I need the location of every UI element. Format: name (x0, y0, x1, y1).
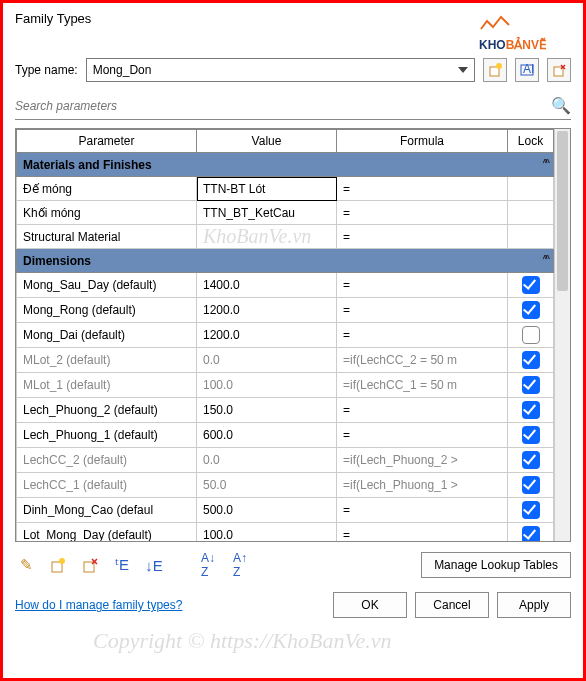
col-formula[interactable]: Formula (337, 130, 508, 153)
formula-cell[interactable]: =if(LechCC_2 = 50 m (337, 348, 508, 373)
formula-cell[interactable]: = (337, 323, 508, 348)
formula-cell[interactable]: = (337, 298, 508, 323)
lock-checkbox[interactable] (522, 326, 540, 344)
param-cell[interactable]: Mong_Rong (default) (17, 298, 197, 323)
new-param-icon[interactable] (47, 554, 69, 576)
table-row: LechCC_2 (default)0.0=if(Lech_Phuong_2 > (17, 448, 554, 473)
param-cell[interactable]: MLot_2 (default) (17, 348, 197, 373)
lock-checkbox[interactable] (522, 276, 540, 294)
formula-cell[interactable]: = (337, 498, 508, 523)
table-row: Khối móngTTN_BT_KetCau= (17, 201, 554, 225)
value-cell[interactable]: TTN-BT Lót (197, 177, 337, 201)
lock-checkbox[interactable] (522, 451, 540, 469)
formula-cell[interactable]: = (337, 177, 508, 201)
table-row: Lot_Mong_Day (default)100.0= (17, 523, 554, 542)
lock-checkbox[interactable] (522, 376, 540, 394)
formula-cell[interactable]: = (337, 423, 508, 448)
formula-cell[interactable]: = (337, 225, 508, 249)
value-cell[interactable]: 500.0 (197, 498, 337, 523)
col-lock[interactable]: Lock (508, 130, 554, 153)
lock-checkbox[interactable] (522, 301, 540, 319)
edit-icon[interactable]: ✎ (15, 554, 37, 576)
value-cell[interactable]: 0.0 (197, 348, 337, 373)
parameter-table: Parameter Value Formula Lock Materials a… (15, 128, 571, 542)
ok-button[interactable]: OK (333, 592, 407, 618)
value-cell[interactable]: 0.0 (197, 448, 337, 473)
param-cell[interactable]: Lech_Phuong_2 (default) (17, 398, 197, 423)
param-cell[interactable]: Lot_Mong_Day (default) (17, 523, 197, 542)
help-link[interactable]: How do I manage family types? (15, 598, 325, 612)
value-cell[interactable]: TTN_BT_KetCau (197, 201, 337, 225)
apply-button[interactable]: Apply (497, 592, 571, 618)
table-row: MLot_1 (default)100.0=if(LechCC_1 = 50 m (17, 373, 554, 398)
formula-cell[interactable]: = (337, 201, 508, 225)
search-input[interactable] (15, 99, 551, 113)
param-cell[interactable]: Dinh_Mong_Cao (defaul (17, 498, 197, 523)
value-cell[interactable]: 50.0 (197, 473, 337, 498)
lock-cell[interactable] (508, 323, 554, 348)
table-row: Đế móngTTN-BT Lót= (17, 177, 554, 201)
value-cell[interactable]: 150.0 (197, 398, 337, 423)
new-type-icon[interactable] (483, 58, 507, 82)
lock-cell[interactable] (508, 523, 554, 542)
rename-type-icon[interactable]: AI (515, 58, 539, 82)
move-up-icon[interactable]: ᵗE (111, 554, 133, 576)
lock-cell[interactable] (508, 373, 554, 398)
vertical-scrollbar[interactable] (554, 129, 570, 541)
search-icon[interactable]: 🔍 (551, 96, 571, 115)
param-cell[interactable]: Mong_Dai (default) (17, 323, 197, 348)
value-cell[interactable]: 100.0 (197, 523, 337, 542)
lock-cell[interactable] (508, 273, 554, 298)
lock-cell[interactable] (508, 473, 554, 498)
move-down-icon[interactable]: ↓E (143, 554, 165, 576)
formula-cell[interactable]: =if(Lech_Phuong_2 > (337, 448, 508, 473)
type-name-select[interactable]: Mong_Don (86, 58, 475, 82)
lock-checkbox[interactable] (522, 401, 540, 419)
table-row: Lech_Phuong_1 (default)600.0= (17, 423, 554, 448)
cancel-button[interactable]: Cancel (415, 592, 489, 618)
sort-desc-icon[interactable]: A↑Z (229, 554, 251, 576)
lock-cell[interactable] (508, 423, 554, 448)
param-cell[interactable]: Structural Material (17, 225, 197, 249)
col-value[interactable]: Value (197, 130, 337, 153)
value-cell[interactable]: 1200.0 (197, 323, 337, 348)
param-cell[interactable]: Mong_Sau_Day (default) (17, 273, 197, 298)
param-cell[interactable]: MLot_1 (default) (17, 373, 197, 398)
delete-type-icon[interactable] (547, 58, 571, 82)
param-cell[interactable]: LechCC_1 (default) (17, 473, 197, 498)
lock-checkbox[interactable] (522, 476, 540, 494)
value-cell[interactable] (197, 225, 337, 249)
formula-cell[interactable]: = (337, 398, 508, 423)
formula-cell[interactable]: = (337, 273, 508, 298)
formula-cell[interactable]: =if(LechCC_1 = 50 m (337, 373, 508, 398)
table-row: Lech_Phuong_2 (default)150.0= (17, 398, 554, 423)
section-header[interactable]: Dimensions^^ (17, 249, 554, 273)
param-cell[interactable]: Đế móng (17, 177, 197, 201)
col-parameter[interactable]: Parameter (17, 130, 197, 153)
section-header[interactable]: Materials and Finishes^^ (17, 153, 554, 177)
lock-checkbox[interactable] (522, 426, 540, 444)
lock-cell[interactable] (508, 348, 554, 373)
delete-param-icon[interactable] (79, 554, 101, 576)
formula-cell[interactable]: =if(Lech_Phuong_1 > (337, 473, 508, 498)
lock-cell[interactable] (508, 498, 554, 523)
param-cell[interactable]: Lech_Phuong_1 (default) (17, 423, 197, 448)
formula-cell[interactable]: = (337, 523, 508, 542)
lock-checkbox[interactable] (522, 501, 540, 519)
lock-cell[interactable] (508, 298, 554, 323)
lock-cell[interactable] (508, 398, 554, 423)
param-cell[interactable]: Khối móng (17, 201, 197, 225)
brand-logo: KHOBẢNVẼ (479, 11, 569, 54)
lock-checkbox[interactable] (522, 526, 540, 541)
value-cell[interactable]: 100.0 (197, 373, 337, 398)
value-cell[interactable]: 1400.0 (197, 273, 337, 298)
value-cell[interactable]: 1200.0 (197, 298, 337, 323)
lock-checkbox[interactable] (522, 351, 540, 369)
sort-asc-icon[interactable]: A↓Z (197, 554, 219, 576)
value-cell[interactable]: 600.0 (197, 423, 337, 448)
param-cell[interactable]: LechCC_2 (default) (17, 448, 197, 473)
svg-point-8 (59, 558, 65, 564)
lock-cell[interactable] (508, 448, 554, 473)
watermark: Copyright © https://KhoBanVe.vn (93, 628, 391, 654)
manage-lookup-button[interactable]: Manage Lookup Tables (421, 552, 571, 578)
